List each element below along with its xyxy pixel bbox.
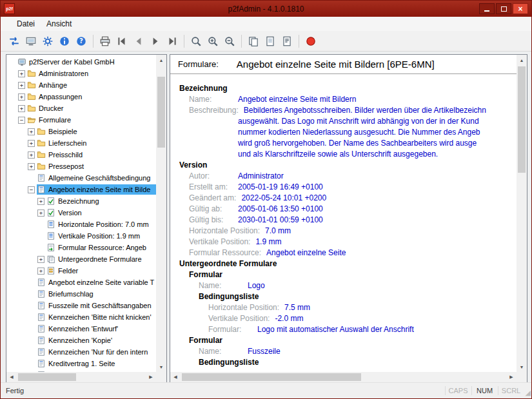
scroll-right-icon[interactable]: ▶ <box>146 372 156 382</box>
expand-icon[interactable]: + <box>37 268 44 275</box>
tree-hscroll-track[interactable] <box>17 372 146 382</box>
tree-item[interactable]: Formular Ressource: Angeb <box>6 242 156 253</box>
tree-item[interactable]: Angebot einzelne Seite variable T <box>6 277 156 288</box>
tree-item[interactable]: Horizontale Position: 7.0 mm <box>6 219 156 230</box>
nav-first-button[interactable] <box>113 34 130 49</box>
tree-item[interactable]: Kennzeichen 'Entwurf' <box>6 323 156 335</box>
tree-item-body[interactable]: Preisschild <box>37 150 156 160</box>
expand-icon[interactable]: + <box>28 163 35 170</box>
tree-item[interactable]: Kennzeichen 'Bitte nicht knicken' <box>6 311 156 323</box>
detail-vscroll-track[interactable] <box>517 65 527 362</box>
tree-item-body[interactable]: Kennzeichen 'Bitte nicht knicken' <box>37 312 156 322</box>
scroll-right-icon[interactable]: ▶ <box>506 372 517 382</box>
tree-item[interactable]: +Anhänge <box>6 79 156 91</box>
collapse-icon[interactable]: − <box>18 117 25 124</box>
nav-next-button[interactable] <box>147 34 164 49</box>
tree-item[interactable]: +Drucker <box>6 102 156 114</box>
tree-item[interactable]: +Administratoren <box>6 68 156 79</box>
expand-icon[interactable]: + <box>37 256 44 263</box>
detail-hscroll-track[interactable] <box>181 372 506 382</box>
tree-item[interactable]: +Untergeordnete Formulare <box>6 253 156 265</box>
menu-datei[interactable]: Datei <box>11 17 41 30</box>
tree-item[interactable]: −Formulare <box>6 114 156 126</box>
menu-ansicht[interactable]: Ansicht <box>41 17 77 30</box>
tree-item-body[interactable]: Kennzeichen 'Nur für den intern <box>37 347 156 357</box>
tree-item-body[interactable]: Lieferschein <box>37 138 156 148</box>
print-button[interactable] <box>97 34 113 49</box>
tree-item-body[interactable]: Anpassungen <box>27 92 156 102</box>
tree-item-selected[interactable]: Angebot einzelne Seite mit Bilde <box>37 184 156 195</box>
tree-hscroll-thumb[interactable] <box>18 373 76 381</box>
scroll-up-icon[interactable]: ▲ <box>156 55 166 65</box>
info-button[interactable] <box>56 34 73 49</box>
tree-vscroll-thumb[interactable] <box>157 77 165 148</box>
tree-item-body[interactable]: Drucker <box>27 103 156 113</box>
scroll-down-icon[interactable]: ▼ <box>517 362 527 372</box>
tree-item-body[interactable]: Formular Ressource: Angeb <box>46 242 156 253</box>
scroll-up-icon[interactable]: ▲ <box>517 55 527 65</box>
tree-item[interactable]: Fusszeile mit Geschäftsangaben <box>6 300 156 311</box>
expand-icon[interactable]: + <box>37 198 44 205</box>
collapse-icon[interactable]: − <box>28 186 35 193</box>
expand-icon[interactable]: + <box>37 209 44 217</box>
zoom-in-button[interactable] <box>204 34 221 49</box>
tree-item-body[interactable]: Kreditvertrag 1. Seite <box>37 358 156 369</box>
tree-item-body[interactable]: Untergeordnete Formulare <box>46 254 156 264</box>
tree-item-body[interactable]: Kennzeichen 'Entwurf' <box>37 324 156 334</box>
tree-item[interactable]: +Version <box>6 207 156 219</box>
tree-item[interactable]: Kennzeichen 'Nur für den intern <box>6 346 156 358</box>
tree-item-body[interactable]: Pressepost <box>37 161 156 171</box>
zoom-out-button[interactable] <box>221 34 238 49</box>
tree-item-body[interactable]: Allgemeine Geschäftsbedingung <box>37 173 156 183</box>
tree-item[interactable]: Kreditvertrag 1. Seite <box>6 358 156 369</box>
nav-prev-button[interactable] <box>130 34 147 49</box>
tree-item[interactable]: +Lieferschein <box>6 137 156 149</box>
tree-item-body[interactable]: Bezeichnung <box>46 196 156 206</box>
detail-horizontal-scrollbar[interactable]: ◀ ▶ <box>170 372 517 382</box>
close-button[interactable]: × <box>513 3 528 14</box>
tree-item-body[interactable]: Fusszeile mit Geschäftsangaben <box>37 300 156 311</box>
expand-icon[interactable]: + <box>28 140 35 147</box>
tree-item[interactable]: Briefumschlag <box>6 288 156 300</box>
sync-button[interactable] <box>6 34 23 49</box>
tree-item[interactable]: +Anpassungen <box>6 91 156 102</box>
tree-item-body[interactable]: Version <box>46 208 156 218</box>
nav-last-button[interactable] <box>164 34 181 49</box>
tree-item[interactable]: +Preisschild <box>6 149 156 161</box>
scroll-down-icon[interactable]: ▼ <box>156 362 166 372</box>
title-bar[interactable]: p2f p2fAdmin - 4.1.0.1810 × <box>1 1 531 17</box>
zoom-button[interactable] <box>188 34 204 49</box>
tree-item[interactable]: +Beispiele <box>6 126 156 137</box>
detail-vscroll-thumb[interactable] <box>518 66 526 173</box>
settings-button[interactable] <box>39 34 56 49</box>
copy-pages-button[interactable] <box>245 34 262 49</box>
tree-horizontal-scrollbar[interactable]: ◀ ▶ <box>6 372 156 382</box>
record-button[interactable] <box>302 34 319 49</box>
preview-button[interactable] <box>23 34 39 49</box>
tree-item-body[interactable]: Administratoren <box>27 68 156 79</box>
tree-item-body[interactable]: p2fServer der Kabel GmbH <box>17 57 156 67</box>
help-button[interactable]: ? <box>73 34 90 49</box>
tree-item-body[interactable]: Vertikale Position: 1.9 mm <box>46 231 156 241</box>
tree-item[interactable]: Kennzeichen 'Kopie' <box>6 335 156 346</box>
tree-item[interactable]: +Felder <box>6 265 156 277</box>
expand-icon[interactable]: + <box>18 70 25 77</box>
scroll-left-icon[interactable]: ◀ <box>170 372 181 382</box>
tree-item-body[interactable]: Anhänge <box>27 80 156 90</box>
tree-vscroll-track[interactable] <box>156 65 166 362</box>
page-button[interactable] <box>262 34 279 49</box>
expand-icon[interactable]: + <box>18 105 25 112</box>
tree-vertical-scrollbar[interactable]: ▲ ▼ <box>156 55 166 372</box>
report-button[interactable] <box>279 34 295 49</box>
expand-icon[interactable]: + <box>18 82 25 89</box>
tree-item-body[interactable]: Kennzeichen 'Kopie' <box>37 335 156 345</box>
tree-item[interactable]: Allgemeine Geschäftsbedingung <box>6 172 156 184</box>
tree-item-body[interactable]: Felder <box>46 266 156 276</box>
expand-icon[interactable]: + <box>28 151 35 159</box>
resize-grip-icon[interactable]: ◢ <box>526 389 531 397</box>
detail-hscroll-thumb[interactable] <box>182 373 361 381</box>
maximize-button[interactable] <box>496 3 511 14</box>
tree-item[interactable]: p2fServer der Kabel GmbH <box>6 56 156 68</box>
expand-icon[interactable]: + <box>18 93 25 101</box>
tree-item-body[interactable]: Angebot einzelne Seite variable T <box>37 277 156 287</box>
